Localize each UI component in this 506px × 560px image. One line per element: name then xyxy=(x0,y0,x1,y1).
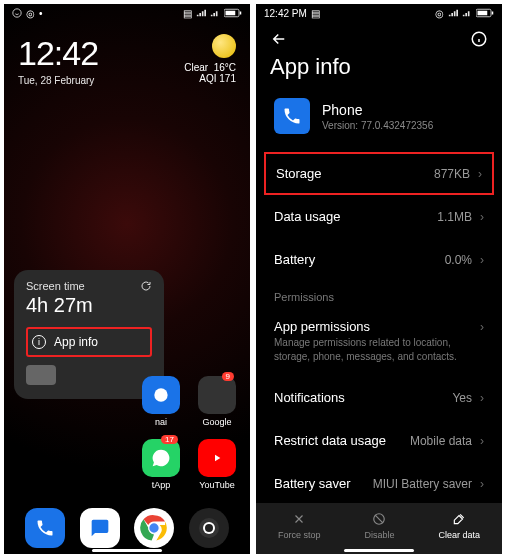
roaming-icon: ◎ xyxy=(435,8,444,19)
clipboard-icon: ▤ xyxy=(183,8,192,19)
chevron-right-icon: › xyxy=(478,167,482,181)
app-info-button[interactable]: i App info xyxy=(26,327,152,357)
badge: 17 xyxy=(161,435,178,444)
storage-value: 877KB xyxy=(434,167,470,181)
status-bar: ◎ • ▤ xyxy=(4,4,250,22)
restrict-data-value: Mobile data xyxy=(410,434,472,448)
chevron-right-icon: › xyxy=(480,320,484,334)
screen-time-label: Screen time xyxy=(26,280,85,292)
signal-icon xyxy=(448,8,458,18)
svg-rect-12 xyxy=(492,12,494,15)
roaming-icon: ◎ xyxy=(26,8,35,19)
app-thumbnail xyxy=(26,365,56,385)
battery-value: 0.0% xyxy=(445,253,472,267)
page-title: App info xyxy=(256,48,502,94)
app-name: Phone xyxy=(322,102,433,118)
dot-icon: • xyxy=(39,8,43,19)
refresh-icon[interactable] xyxy=(140,280,152,292)
signal-icon xyxy=(196,8,206,18)
dock-phone[interactable] xyxy=(25,508,65,548)
battery-icon xyxy=(224,8,242,18)
app-version: Version: 77.0.432472356 xyxy=(322,120,433,131)
storage-row[interactable]: Storage 877KB› xyxy=(264,152,494,195)
app-permissions-desc: Manage permissions related to location, … xyxy=(256,336,502,376)
dock-chrome[interactable] xyxy=(134,508,174,548)
weather-aqi: AQI 171 xyxy=(184,73,236,84)
dock xyxy=(4,508,250,548)
app-header: Phone Version: 77.0.432472356 xyxy=(256,94,502,152)
info-button[interactable] xyxy=(470,30,488,48)
app-whatsapp[interactable]: 17 tApp xyxy=(142,439,180,490)
dock-camera[interactable] xyxy=(189,508,229,548)
chevron-right-icon: › xyxy=(480,434,484,448)
disable-icon xyxy=(371,511,387,527)
phone-app-icon xyxy=(274,98,310,134)
app-nai[interactable]: nai xyxy=(142,376,180,427)
svg-rect-3 xyxy=(226,11,236,16)
clock-widget[interactable]: 12:42 Tue, 28 February Clear 16°C AQI 17… xyxy=(4,22,250,86)
battery-label: Battery xyxy=(274,252,315,267)
permissions-section: Permissions xyxy=(256,281,502,305)
chevron-right-icon: › xyxy=(480,210,484,224)
data-usage-label: Data usage xyxy=(274,209,341,224)
signal-icon-2 xyxy=(210,8,220,18)
clipboard-icon: ▤ xyxy=(311,8,320,19)
app-permissions-row[interactable]: App permissions › xyxy=(256,305,502,336)
whatsapp-icon xyxy=(12,8,22,18)
battery-icon xyxy=(476,8,494,18)
disable-button[interactable]: Disable xyxy=(364,511,394,540)
data-usage-value: 1.1MB xyxy=(437,210,472,224)
close-icon xyxy=(291,511,307,527)
info-icon: i xyxy=(32,335,46,349)
svg-rect-2 xyxy=(240,12,242,15)
svg-point-0 xyxy=(13,9,21,17)
app-info-screen: 12:42 PM▤ ◎ App info Phone Version: 77.0… xyxy=(256,4,502,554)
status-bar: 12:42 PM▤ ◎ xyxy=(256,4,502,22)
app-google-folder[interactable]: 9 Google xyxy=(198,376,236,427)
battery-saver-value: MIUI Battery saver xyxy=(373,477,472,491)
badge: 9 xyxy=(222,372,234,381)
svg-rect-13 xyxy=(478,11,488,16)
battery-saver-row[interactable]: Battery saver MIUI Battery saver› xyxy=(256,462,502,505)
battery-saver-label: Battery saver xyxy=(274,476,351,491)
chevron-right-icon: › xyxy=(480,253,484,267)
notifications-row[interactable]: Notifications Yes› xyxy=(256,376,502,419)
back-button[interactable] xyxy=(270,30,288,48)
gesture-pill[interactable] xyxy=(92,549,162,552)
notifications-value: Yes xyxy=(452,391,472,405)
chevron-right-icon: › xyxy=(480,477,484,491)
clock-time: 12:42 xyxy=(18,34,98,73)
screen-time-value: 4h 27m xyxy=(26,294,152,317)
sun-icon xyxy=(212,34,236,58)
svg-point-4 xyxy=(154,388,167,401)
home-screen: ◎ • ▤ 12:42 Tue, 28 February xyxy=(4,4,250,554)
status-time: 12:42 PM xyxy=(264,8,307,19)
dock-messages[interactable] xyxy=(80,508,120,548)
clear-data-button[interactable]: Clear data xyxy=(438,511,480,540)
restrict-data-row[interactable]: Restrict data usage Mobile data› xyxy=(256,419,502,462)
app-youtube[interactable]: YouTube xyxy=(198,439,236,490)
restrict-data-label: Restrict data usage xyxy=(274,433,386,448)
signal-icon-2 xyxy=(462,8,472,18)
broom-icon xyxy=(451,511,467,527)
battery-row[interactable]: Battery 0.0%› xyxy=(256,238,502,281)
bottom-action-bar: Force stop Disable Clear data xyxy=(256,503,502,554)
force-stop-button[interactable]: Force stop xyxy=(278,511,321,540)
app-permissions-label: App permissions xyxy=(274,319,370,334)
gesture-pill[interactable] xyxy=(344,549,414,552)
chevron-right-icon: › xyxy=(480,391,484,405)
home-icons: nai 9 Google 17 tApp YouTube xyxy=(138,376,240,490)
storage-label: Storage xyxy=(276,166,322,181)
svg-point-10 xyxy=(205,524,213,532)
clock-date: Tue, 28 February xyxy=(18,75,98,86)
weather-widget[interactable]: Clear 16°C AQI 171 xyxy=(184,34,236,84)
weather-text: Clear 16°C xyxy=(184,62,236,73)
notifications-label: Notifications xyxy=(274,390,345,405)
data-usage-row[interactable]: Data usage 1.1MB› xyxy=(256,195,502,238)
app-info-label: App info xyxy=(54,335,98,349)
